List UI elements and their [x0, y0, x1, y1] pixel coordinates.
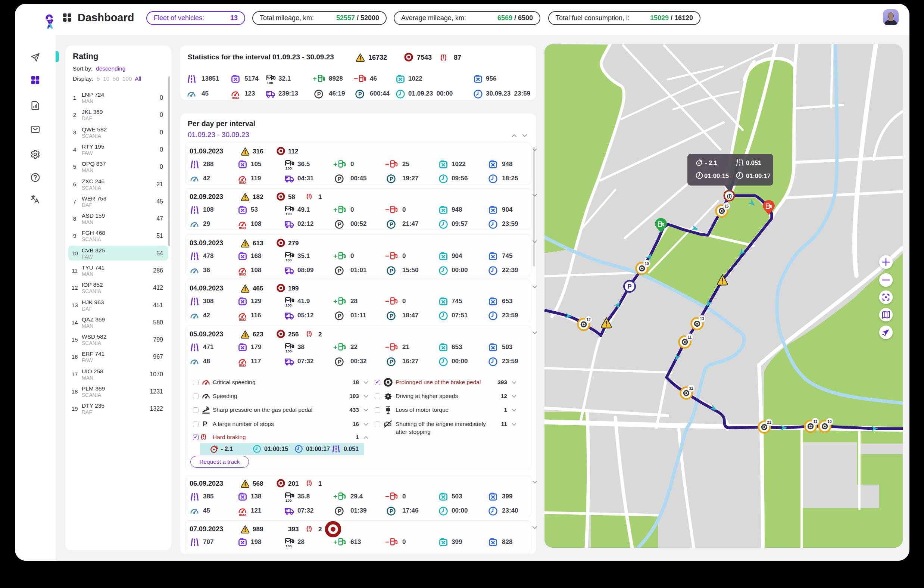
svg-text:11: 11 [688, 335, 692, 339]
svg-text:01:00:15: 01:00:15 [704, 172, 729, 179]
svg-text:01:00:17: 01:00:17 [746, 172, 771, 179]
svg-text:15: 15 [724, 204, 729, 208]
svg-text:12: 12 [586, 318, 591, 322]
svg-text:10: 10 [645, 262, 649, 266]
svg-text:32: 32 [689, 386, 693, 390]
svg-text:(!): (!) [727, 193, 732, 199]
svg-text:0.051: 0.051 [746, 159, 761, 166]
svg-text:- 2.1: - 2.1 [705, 159, 717, 166]
svg-text:21: 21 [767, 420, 771, 424]
svg-text:10: 10 [827, 420, 832, 424]
svg-text:11: 11 [813, 420, 818, 424]
svg-text:13: 13 [700, 317, 704, 321]
svg-text:P: P [627, 283, 632, 290]
